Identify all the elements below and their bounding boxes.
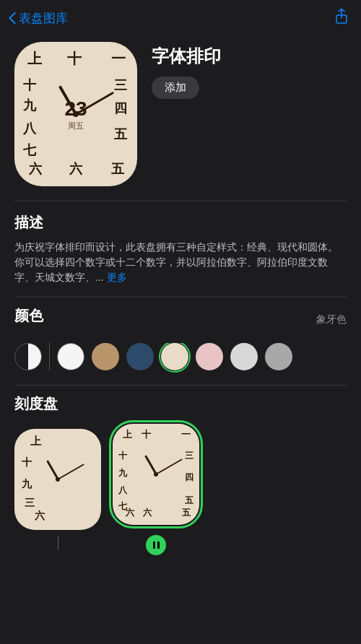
- clock-hands: [14, 42, 137, 186]
- d2-n9: 四: [185, 471, 193, 484]
- share-button[interactable]: [334, 9, 349, 27]
- color-swatch-half[interactable]: [14, 343, 42, 370]
- d1-n2: 十: [22, 456, 32, 469]
- pause-bars: [153, 541, 160, 549]
- color-title: 颜色: [14, 306, 43, 326]
- d1-n5: 六: [35, 510, 45, 523]
- d2-n6: 八: [118, 484, 127, 497]
- dial-title: 刻度盘: [14, 394, 347, 414]
- back-button[interactable]: 表盘图库: [9, 10, 68, 27]
- dial-face-2[interactable]: 上 十 一 十 九 八 七 三 四 五 六 六 五: [113, 424, 199, 525]
- d1-n3: 九: [22, 478, 32, 491]
- chevron-left-icon: [9, 12, 16, 24]
- dial-item-1[interactable]: 上 十 九 三 六: [14, 429, 101, 550]
- color-swatch-ivory[interactable]: [161, 343, 188, 370]
- d2-center: [154, 472, 158, 477]
- dial-options: 上 十 九 三 六 上 十 一: [14, 424, 347, 555]
- watch-title: 字体排印: [152, 45, 347, 68]
- back-label: 表盘图库: [19, 10, 68, 27]
- color-swatches: [14, 343, 347, 373]
- color-swatch-white[interactable]: [57, 343, 84, 370]
- description-text: 为庆祝字体排印而设计，此表盘拥有三种自定样式：经典、现代和圆体。你可以选择四个数…: [14, 240, 347, 285]
- color-swatch-pink[interactable]: [196, 343, 223, 370]
- center-dot: [73, 111, 79, 117]
- watch-info: 字体排印 添加: [152, 42, 347, 99]
- minute-hand: [75, 92, 113, 116]
- d2-n2: 十: [142, 428, 151, 441]
- dial-face-content-1: 上 十 九 三 六: [14, 429, 101, 530]
- dial-face-content-2: 上 十 一 十 九 八 七 三 四 五 六 六 五: [113, 424, 199, 525]
- top-section: 上 十 一 十 九 八 七 三 四 五 六 六 五 23 周五: [0, 33, 361, 201]
- pause-indicator[interactable]: [146, 535, 166, 555]
- d1-center: [56, 477, 60, 482]
- d1-scroll-indicator: [58, 536, 58, 550]
- d2-n3: 一: [181, 428, 191, 441]
- color-section: 颜色 象牙色: [0, 297, 361, 385]
- d2-n12: 六: [143, 507, 152, 519]
- hour-hand: [58, 85, 77, 115]
- d2-n13: 五: [182, 507, 191, 519]
- color-swatch-tan[interactable]: [92, 343, 119, 370]
- description-body: 为庆祝字体排印而设计，此表盘拥有三种自定样式：经典、现代和圆体。你可以选择四个数…: [14, 241, 338, 283]
- color-swatch-gray[interactable]: [265, 343, 292, 370]
- description-section: 描述 为庆祝字体排印而设计，此表盘拥有三种自定样式：经典、现代和圆体。你可以选择…: [0, 201, 361, 297]
- add-button[interactable]: 添加: [152, 77, 199, 99]
- dial-face-1[interactable]: 上 十 九 三 六: [14, 429, 101, 530]
- share-icon: [334, 9, 349, 25]
- color-swatch-navy[interactable]: [126, 343, 154, 370]
- d1-n1: 上: [30, 435, 41, 448]
- watch-preview: 上 十 一 十 九 八 七 三 四 五 六 六 五 23 周五: [14, 42, 137, 186]
- d2-n5: 九: [118, 467, 127, 479]
- pause-icon: [146, 535, 166, 555]
- color-swatch-lightgray[interactable]: [230, 343, 258, 370]
- pause-bar-2: [157, 541, 160, 549]
- d1-minute-hand: [58, 464, 84, 480]
- d1-n4: 三: [25, 497, 35, 510]
- swatch-divider: [49, 343, 50, 370]
- header: 表盘图库: [0, 0, 361, 33]
- d2-n4: 十: [118, 450, 127, 462]
- d2-n11: 六: [126, 507, 134, 519]
- description-title: 描述: [14, 213, 347, 232]
- d2-minute-hand: [156, 458, 183, 475]
- dial-section: 刻度盘 上 十 九 三 六: [0, 386, 361, 570]
- dial-item-2[interactable]: 上 十 一 十 九 八 七 三 四 五 六 六 五: [113, 424, 199, 555]
- d2-n1: 上: [123, 428, 132, 441]
- color-section-header: 颜色 象牙色: [14, 306, 347, 333]
- current-color-label: 象牙色: [316, 313, 347, 326]
- d2-n10: 五: [185, 495, 193, 507]
- more-link[interactable]: 更多: [107, 271, 127, 283]
- pause-bar-1: [153, 541, 155, 549]
- d2-n8: 三: [185, 450, 193, 462]
- watch-face-content: 上 十 一 十 九 八 七 三 四 五 六 六 五 23 周五: [14, 42, 137, 186]
